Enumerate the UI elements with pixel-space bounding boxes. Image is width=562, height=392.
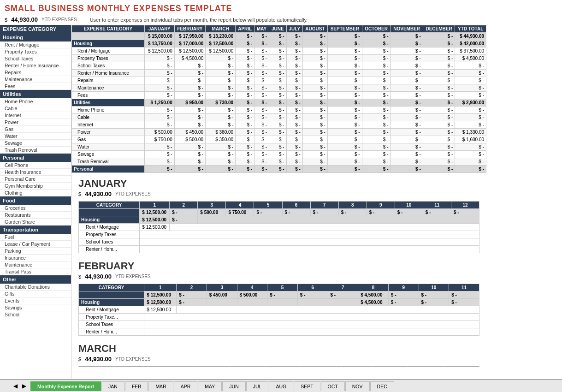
main-val-4-12: $ - bbox=[455, 62, 486, 70]
tab-aug[interactable]: AUG bbox=[269, 381, 293, 391]
main-val-1-5: $ - bbox=[269, 40, 287, 48]
jan-total-8: $ - bbox=[338, 209, 367, 216]
sidebar-item-transit[interactable]: Transit Pass bbox=[0, 268, 71, 275]
feb-col-2: 2 bbox=[177, 284, 207, 291]
jan-col-7: 7 bbox=[310, 202, 338, 209]
tab-sept[interactable]: SEPT bbox=[294, 381, 320, 391]
sidebar-item-internet[interactable]: Internet bbox=[0, 112, 71, 119]
main-val-0-9: $ - bbox=[362, 33, 390, 40]
sidebar-item-power[interactable]: Power bbox=[0, 119, 71, 126]
sidebar-item-personal-care[interactable]: Personal Care bbox=[0, 176, 71, 183]
main-val-15-1: $ - bbox=[174, 143, 205, 151]
january-ytd-label: YTD EXPENSES bbox=[115, 191, 151, 196]
sidebar-item-savings[interactable]: Savings bbox=[0, 304, 71, 311]
main-val-9-3: $ - bbox=[236, 99, 254, 107]
feb-total-8: $ 4,500.00 bbox=[358, 291, 389, 299]
sidebar-item-groceries[interactable]: Groceries bbox=[0, 205, 71, 212]
february-title: FEBRUARY bbox=[78, 260, 479, 272]
sidebar-item-rent[interactable]: Rent / Mortgage bbox=[0, 42, 71, 48]
main-val-10-6: $ - bbox=[286, 107, 302, 114]
sidebar-item-lease[interactable]: Lease / Car Payment bbox=[0, 241, 71, 248]
sidebar-item-property-taxes[interactable]: Property Taxes bbox=[0, 48, 71, 55]
feb-col-9: 9 bbox=[388, 284, 419, 291]
main-val-10-4: $ - bbox=[254, 107, 269, 114]
sidebar-item-gym[interactable]: Gym Membership bbox=[0, 183, 71, 190]
main-val-13-1: $ 450.00 bbox=[174, 129, 205, 136]
sidebar-header-food: Food bbox=[0, 196, 71, 205]
sidebar-item-gas[interactable]: Gas bbox=[0, 126, 71, 133]
tab-mar[interactable]: MAR bbox=[148, 381, 173, 391]
main-val-4-6: $ - bbox=[286, 62, 302, 70]
tab-monthly-expense-report[interactable]: Monthly Expense Report bbox=[30, 381, 101, 391]
main-val-0-7: $ - bbox=[302, 33, 327, 40]
sidebar-item-donations[interactable]: Charitable Donations bbox=[0, 284, 71, 291]
tab-apr[interactable]: APR bbox=[174, 381, 198, 391]
col-header-sep: SEPTEMBER bbox=[327, 25, 362, 33]
sidebar-item-cell-phone[interactable]: Cell Phone bbox=[0, 162, 71, 169]
tab-feb[interactable]: FEB bbox=[125, 381, 148, 391]
jan-school-rest bbox=[140, 238, 479, 246]
main-val-14-12: $ 1,600.00 bbox=[455, 136, 486, 143]
tab-oct[interactable]: OCT bbox=[321, 381, 345, 391]
tab-nov[interactable]: NOV bbox=[345, 381, 370, 391]
sidebar-item-school-taxes[interactable]: School Taxes bbox=[0, 55, 71, 62]
main-val-18-10: $ - bbox=[390, 166, 423, 173]
sidebar-item-sewage[interactable]: Sewage bbox=[0, 140, 71, 147]
march-ytd-label: YTD EXPENSES bbox=[115, 356, 151, 362]
main-val-17-9: $ - bbox=[362, 158, 390, 166]
sidebar-item-maintenance[interactable]: Maintenance bbox=[0, 76, 71, 83]
main-val-9-7: $ - bbox=[302, 99, 327, 107]
sidebar-item-school[interactable]: School bbox=[0, 311, 71, 318]
tab-arrow-left[interactable]: ◀ bbox=[12, 382, 19, 390]
sidebar-item-health-insurance[interactable]: Health Insurance bbox=[0, 169, 71, 176]
main-val-3-0: $ - bbox=[144, 55, 174, 62]
sidebar-item-water[interactable]: Water bbox=[0, 133, 71, 140]
main-val-14-0: $ 750.00 bbox=[144, 136, 174, 143]
main-val-0-5: $ - bbox=[269, 33, 287, 40]
tab-arrow-right[interactable]: ▶ bbox=[20, 382, 28, 390]
sidebar-item-fees[interactable]: Fees bbox=[0, 83, 71, 90]
tab-arrows: ◀ ▶ bbox=[12, 382, 28, 390]
sidebar-item-insurance[interactable]: Insurance bbox=[0, 255, 71, 261]
tab-dec[interactable]: DEC bbox=[370, 381, 394, 391]
tab-jan[interactable]: JAN bbox=[101, 381, 124, 391]
feb-renter-row: Renter / Hom... bbox=[79, 328, 479, 336]
main-val-1-10: $ - bbox=[390, 40, 423, 48]
main-val-14-9: $ - bbox=[362, 136, 390, 143]
main-val-3-5: $ - bbox=[269, 55, 287, 62]
main-val-12-4: $ - bbox=[254, 121, 269, 129]
main-val-11-2: $ - bbox=[206, 114, 236, 121]
main-val-10-10: $ - bbox=[390, 107, 423, 114]
tab-jul[interactable]: JUL bbox=[246, 381, 269, 391]
main-val-13-12: $ 1,330.00 bbox=[455, 129, 486, 136]
sidebar-item-trash[interactable]: Trash Removal bbox=[0, 147, 71, 154]
main-val-6-2: $ - bbox=[206, 77, 236, 84]
main-val-5-3: $ - bbox=[236, 70, 254, 77]
sidebar-item-clothing[interactable]: Clothing bbox=[0, 190, 71, 196]
main-val-6-12: $ - bbox=[455, 77, 486, 84]
tab-may[interactable]: MAY bbox=[198, 381, 222, 391]
feb-total-6: $ - bbox=[297, 291, 328, 299]
sidebar-item-parking[interactable]: Parking bbox=[0, 248, 71, 255]
main-val-17-1: $ - bbox=[174, 158, 205, 166]
main-val-8-5: $ - bbox=[269, 92, 287, 99]
sidebar-item-cable[interactable]: Cable bbox=[0, 105, 71, 112]
tab-jun[interactable]: JUN bbox=[222, 381, 245, 391]
main-val-11-7: $ - bbox=[302, 114, 327, 121]
main-val-3-11: $ - bbox=[423, 55, 455, 62]
main-val-6-8: $ - bbox=[327, 77, 362, 84]
sidebar-item-maint[interactable]: Maintenance bbox=[0, 261, 71, 268]
sidebar-item-repairs[interactable]: Repairs bbox=[0, 69, 71, 76]
sidebar-item-fuel[interactable]: Fuel bbox=[0, 234, 71, 241]
feb-total-9: $ - bbox=[388, 291, 419, 299]
sidebar-item-garden[interactable]: Garden Share bbox=[0, 219, 71, 226]
sidebar-item-home-phone[interactable]: Home Phone bbox=[0, 98, 71, 105]
sidebar-item-restaurants[interactable]: Restaurants bbox=[0, 212, 71, 219]
main-val-7-12: $ - bbox=[455, 84, 486, 92]
sidebar-item-home-insurance[interactable]: Renter / Home Insurance bbox=[0, 62, 71, 69]
main-val-15-11: $ - bbox=[423, 143, 455, 151]
sidebar-item-gifts[interactable]: Gifts bbox=[0, 291, 71, 297]
sidebar-item-events[interactable]: Events bbox=[0, 297, 71, 304]
main-val-13-0: $ 500.00 bbox=[144, 129, 174, 136]
main-val-14-4: $ - bbox=[254, 136, 269, 143]
